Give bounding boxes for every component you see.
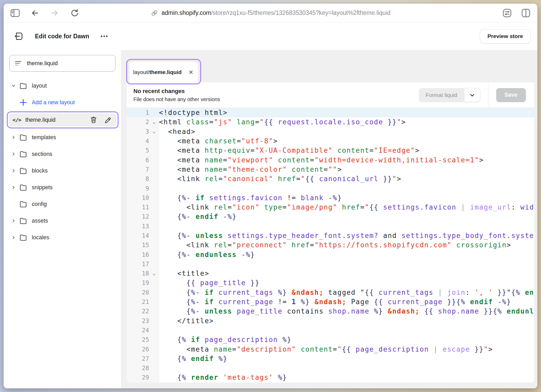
code-editor[interactable]: 1<!doctype html>2<html class="js" lang="… [127, 108, 534, 383]
line-number: 7 [127, 166, 149, 173]
more-actions-button[interactable]: ••• [101, 33, 108, 39]
format-liquid-dropdown[interactable] [464, 88, 480, 102]
sidebar-item-blocks[interactable]: blocks [9, 162, 115, 179]
tab-path-prefix: layout/ [133, 69, 149, 75]
reload-button[interactable] [70, 8, 79, 18]
sidebar-item-theme-liquid[interactable]: </>theme.liquid [7, 111, 119, 128]
line-number: 20 [127, 289, 149, 296]
chevron-right-icon[interactable] [9, 151, 18, 157]
forward-button[interactable] [50, 8, 59, 18]
code-text: {%- endunless -%} [159, 251, 534, 259]
chevron-right-icon[interactable] [9, 134, 18, 140]
line-number: 14 [127, 232, 149, 239]
chevron-down-icon[interactable] [9, 83, 18, 89]
fold-caret-icon[interactable] [149, 128, 159, 134]
split-view-button[interactable] [521, 8, 531, 18]
code-line[interactable]: 28 [127, 363, 534, 373]
code-line[interactable]: 9 [127, 183, 534, 193]
code-line[interactable]: 10 {%- if settings.favicon != blank -%} [127, 193, 534, 203]
line-number: 1 [127, 109, 149, 116]
code-line[interactable]: 8 <link rel="canonical" href="{{ canonic… [127, 174, 534, 183]
chevron-right-icon[interactable] [9, 235, 18, 240]
code-text: <meta name="viewport" content="width=dev… [159, 156, 534, 164]
code-text: <meta name="description" content="{{ pag… [159, 345, 534, 353]
code-line[interactable]: 26 <meta name="description" content="{{ … [127, 344, 534, 354]
code-line[interactable]: 1<!doctype html> [127, 108, 534, 117]
editor-pane: layout/theme.liquid No recent changes Fi… [121, 50, 537, 388]
fold-spacer [149, 112, 159, 114]
line-number: 28 [127, 365, 149, 371]
file-tree: layoutAdd a new layout</>theme.liquidtem… [9, 77, 115, 246]
code-line[interactable]: 24 [127, 326, 534, 335]
fold-caret-icon[interactable] [149, 119, 159, 125]
code-line[interactable]: 4 <meta charset="utf-8"> [127, 136, 534, 146]
code-line[interactable]: 13 [127, 222, 534, 231]
tab-bar: layout/theme.liquid [121, 50, 537, 82]
fold-spacer [149, 376, 159, 378]
code-line[interactable]: 12 {%- endif -%} [127, 212, 534, 221]
sidebar-item-config[interactable]: config [9, 196, 115, 212]
line-number: 8 [127, 175, 149, 182]
tree-item-label: Add a new layout [32, 99, 75, 106]
code-line[interactable]: 15 <link rel="preconnect" href="https://… [127, 240, 534, 250]
fold-caret-icon[interactable] [149, 271, 159, 277]
sidebar-item-templates[interactable]: templates [9, 129, 115, 146]
sidebar-item-sections[interactable]: sections [9, 146, 115, 162]
code-line[interactable]: 5 <meta http-equiv="X-UA-Compatible" con… [127, 146, 534, 155]
filter-icon [14, 60, 22, 67]
fold-spacer [149, 339, 159, 341]
line-number: 15 [127, 242, 149, 248]
code-line[interactable]: 18 <title> [127, 269, 534, 278]
code-line[interactable]: 3 <head> [127, 127, 534, 136]
fold-spacer [149, 320, 159, 322]
sidebar-item-locales[interactable]: locales [9, 229, 115, 246]
code-line[interactable]: 7 <meta name="theme-color" content=""> [127, 165, 534, 174]
code-line[interactable]: 27 {% endif %} [127, 354, 534, 363]
chevron-right-icon[interactable] [9, 168, 18, 174]
folder-icon [18, 150, 28, 158]
delete-file-button[interactable] [90, 116, 97, 124]
chevron-right-icon[interactable] [9, 185, 18, 190]
code-line[interactable]: 23 </title> [127, 316, 534, 326]
preview-store-button[interactable]: Preview store [480, 29, 531, 44]
exit-editor-button[interactable] [14, 32, 23, 41]
code-line[interactable]: 19 {{ page_title }} [127, 278, 534, 287]
line-number: 27 [127, 355, 149, 362]
address-bar[interactable]: admin.shopify.com/store/rzq1xu-f5/themes… [151, 9, 391, 17]
code-line[interactable]: 2<html class="js" lang="{{ request.local… [127, 117, 534, 127]
tab-layout-theme-liquid[interactable]: layout/theme.liquid [130, 62, 198, 82]
fold-spacer [149, 263, 159, 265]
code-line[interactable]: 22 {%- unless page_title contains shop.n… [127, 307, 534, 316]
format-liquid-button[interactable]: Format liquid [419, 88, 464, 102]
sidebar-item-assets[interactable]: assets [9, 212, 115, 229]
fold-spacer [149, 225, 159, 227]
save-button[interactable]: Save [496, 88, 526, 102]
code-line[interactable]: 17 [127, 259, 534, 269]
code-line[interactable]: 11 <link rel="icon" type="image/png" hre… [127, 203, 534, 212]
sidebar-item-add-a-new-layout[interactable]: Add a new layout [9, 94, 115, 111]
sidebar-toggle-button[interactable] [10, 8, 20, 18]
sidebar-item-layout[interactable]: layout [9, 77, 115, 94]
version-header: No recent changes File does not have any… [127, 82, 534, 108]
code-line[interactable]: 6 <meta name="viewport" content="width=d… [127, 155, 534, 164]
tab-close-icon[interactable] [188, 69, 194, 75]
page-settings-button[interactable] [502, 8, 512, 18]
file-search-box[interactable] [9, 55, 115, 72]
code-line[interactable]: 14 {%- unless settings.type_header_font.… [127, 231, 534, 240]
code-line[interactable]: 29 {% render 'meta-tags' %} [127, 373, 534, 382]
code-line[interactable]: 25 {% if page_description %} [127, 335, 534, 344]
sidebar-item-snippets[interactable]: snippets [9, 179, 115, 196]
rename-file-button[interactable] [104, 116, 112, 124]
header-divider [488, 82, 488, 108]
line-number: 26 [127, 346, 149, 353]
line-number: 23 [127, 317, 149, 324]
code-line[interactable]: 21 {%- if current_page != 1 %} &ndash; P… [127, 297, 534, 307]
search-input[interactable] [27, 60, 110, 67]
code-line[interactable]: 16 {%- endunless -%} [127, 250, 534, 259]
code-line[interactable]: 20 {%- if current_tags %} &ndash; tagged… [127, 288, 534, 297]
folder-icon [18, 82, 28, 89]
tree-item-label: blocks [32, 168, 48, 174]
back-button[interactable] [30, 8, 40, 18]
chevron-right-icon[interactable] [9, 218, 18, 224]
line-number: 12 [127, 213, 149, 220]
